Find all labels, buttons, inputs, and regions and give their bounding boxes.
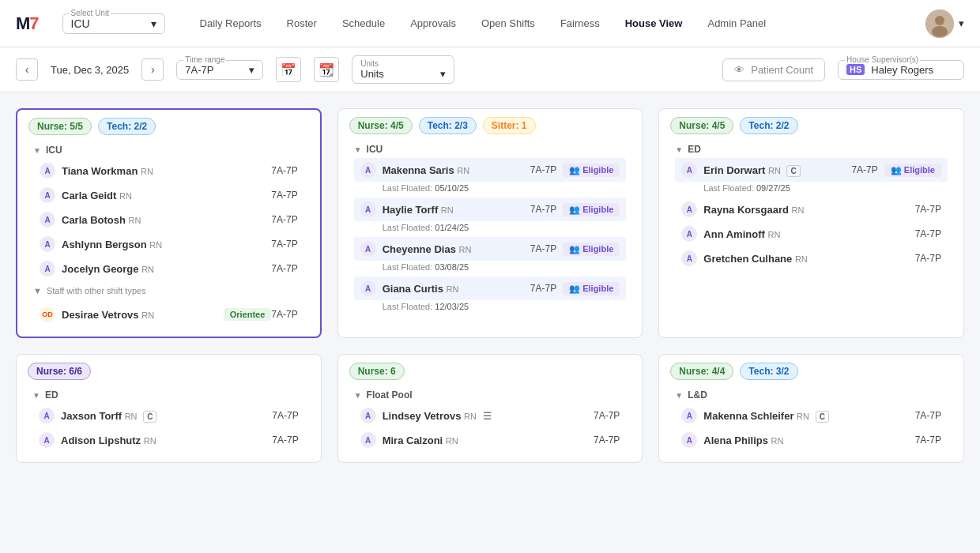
staff-name: Lindsey Vetrovs RN ☰ xyxy=(383,410,594,422)
select-unit-label: Select Unit xyxy=(70,9,111,17)
calendar-icon-button[interactable]: 📅 xyxy=(276,57,301,82)
staff-name: Makenna Schleifer RN C xyxy=(703,410,914,422)
table-row[interactable]: A Mira Calzoni RN 7A-7P xyxy=(354,428,627,452)
select-unit-value[interactable]: ICU ▾ xyxy=(71,17,156,30)
user-section: ▾ xyxy=(925,9,964,38)
time-range-dropdown[interactable]: Time range 7A-7P ▾ xyxy=(176,60,263,80)
unit-card-ed-right-body: ▼ ED A Erin Dorwart RN C 7A-7P 👥 Eligibl… xyxy=(659,139,963,280)
section-icu-header[interactable]: ▼ ICU xyxy=(33,145,304,156)
staff-name: Giana Curtis RN xyxy=(383,283,530,295)
staff-name: Jaxson Torff RN C xyxy=(61,410,272,422)
unit-card-ld-body: ▼ L&D A Makenna Schleifer RN C 7A-7P A A… xyxy=(659,385,963,462)
unit-card-icu-left-body: ▼ ICU A Tiana Workman RN 7A-7P A Carla G… xyxy=(17,140,320,337)
role-badge: A xyxy=(681,408,697,423)
section-float-pool: ▼ Float Pool A Lindsey Vetrovs RN ☰ 7A-7… xyxy=(343,385,638,454)
table-row[interactable]: A Carla Geidt RN 7A-7P xyxy=(33,183,304,207)
svg-point-1 xyxy=(935,16,944,25)
arrow-icon: ▼ xyxy=(675,145,683,154)
table-row[interactable]: A Rayna Korsgaard RN 7A-7P xyxy=(675,198,948,221)
role-badge-od: OD xyxy=(40,307,55,322)
table-row[interactable]: A Jocelyn George RN 7A-7P xyxy=(33,257,304,280)
nav-approvals[interactable]: Approvals xyxy=(399,13,467,34)
staff-name: Rayna Korsgaard RN xyxy=(703,204,914,216)
table-row[interactable]: A Cheyenne Dias RN 7A-7P 👥 Eligible xyxy=(354,237,627,261)
chevron-down-icon: ▾ xyxy=(249,64,254,76)
table-row[interactable]: A Adison Lipshutz RN 7A-7P xyxy=(32,428,305,452)
table-row[interactable]: A Alena Philips RN 7A-7P xyxy=(675,428,948,452)
shift-time: 7A-7P xyxy=(271,165,297,176)
nav-admin-panel[interactable]: Admin Panel xyxy=(696,13,777,34)
section-icu: ▼ ICU A Tiana Workman RN 7A-7P A Carla G… xyxy=(22,140,315,283)
table-row[interactable]: OD Desirae Vetrovs RN Orientee 7A-7P xyxy=(33,303,304,326)
nav-fairness[interactable]: Fairness xyxy=(549,13,611,34)
eye-icon: 👁 xyxy=(734,64,744,76)
shift-time: 7A-7P xyxy=(530,283,556,294)
time-range-label: Time range xyxy=(183,55,226,64)
section-ed: ▼ ED A Jaxson Torff RN C 7A-7P A Adison … xyxy=(21,385,316,454)
chevron-down-icon: ▾ xyxy=(151,17,156,30)
user-avatar[interactable] xyxy=(925,9,954,38)
float-info: Last Floated: 03/08/25 xyxy=(354,261,627,276)
staff-name: Gretchen Culhane RN xyxy=(703,253,914,265)
supervisor-badge: HS xyxy=(846,64,865,75)
table-row[interactable]: A Lindsey Vetrovs RN ☰ 7A-7P xyxy=(354,404,627,427)
table-row[interactable]: A Ashlynn Bergson RN 7A-7P xyxy=(33,232,304,256)
staff-name: Tiana Workman RN xyxy=(62,165,271,177)
role-badge: A xyxy=(39,432,55,448)
shift-time: 7A-7P xyxy=(271,214,297,225)
table-row[interactable]: A Jaxson Torff RN C 7A-7P xyxy=(32,404,305,427)
prev-date-button[interactable]: ‹ xyxy=(16,58,38,81)
nav-daily-reports[interactable]: Daily Reports xyxy=(189,13,273,34)
date-display: Tue, Dec 3, 2025 xyxy=(44,61,135,79)
section-icu-header[interactable]: ▼ ICU xyxy=(354,144,627,155)
toolbar: ‹ Tue, Dec 3, 2025 › Time range 7A-7P ▾ … xyxy=(0,47,980,92)
eligible-badge: 👥 Eligible xyxy=(563,164,620,177)
units-dropdown[interactable]: Units Units ▾ xyxy=(352,55,454,84)
supervisor-label: House Supervisor(s) xyxy=(845,55,920,64)
select-unit-dropdown[interactable]: Select Unit ICU ▾ xyxy=(62,13,165,34)
alt-calendar-icon-button[interactable]: 📆 xyxy=(314,57,339,82)
sitter-badge: Sitter: 1 xyxy=(483,117,536,134)
role-badge: A xyxy=(40,163,55,179)
table-row[interactable]: A Makenna Saris RN 7A-7P 👥 Eligible xyxy=(354,158,627,182)
arrow-icon: ▼ xyxy=(675,391,683,400)
table-row[interactable]: A Ann Aminoff RN 7A-7P xyxy=(675,222,948,246)
supervisor-name: Haley Rogers xyxy=(871,64,933,76)
section-ld: ▼ L&D A Makenna Schleifer RN C 7A-7P A A… xyxy=(664,385,959,454)
table-row[interactable]: A Gretchen Culhane RN 7A-7P xyxy=(675,246,948,270)
section-ld-header[interactable]: ▼ L&D xyxy=(675,389,948,401)
other-shift-header[interactable]: ▼ Staff with other shift types xyxy=(22,283,315,297)
nav-open-shifts[interactable]: Open Shifts xyxy=(470,13,546,34)
staff-name: Erin Dorwart RN C xyxy=(703,164,851,176)
table-row[interactable]: A Tiana Workman RN 7A-7P xyxy=(33,159,304,182)
table-row[interactable]: A Erin Dorwart RN C 7A-7P 👥 Eligible xyxy=(675,158,948,182)
staff-name: Cheyenne Dias RN xyxy=(383,243,530,255)
role-badge: A xyxy=(360,408,376,423)
shift-time: 7A-7P xyxy=(530,204,556,215)
nav-house-view[interactable]: House View xyxy=(614,13,694,34)
patient-count-button[interactable]: 👁 Patient Count xyxy=(722,58,825,81)
section-fp-header[interactable]: ▼ Float Pool xyxy=(354,389,627,401)
arrow-icon: ▼ xyxy=(33,286,42,295)
role-badge: A xyxy=(40,261,55,276)
staff-name: Alena Philips RN xyxy=(703,434,914,446)
main-nav: Daily Reports Roster Schedule Approvals … xyxy=(189,13,902,34)
arrow-icon: ▼ xyxy=(354,145,362,154)
nav-schedule[interactable]: Schedule xyxy=(331,13,396,34)
shift-time: 7A-7P xyxy=(530,164,556,175)
section-ed-header[interactable]: ▼ ED xyxy=(675,144,948,155)
table-row[interactable]: A Haylie Torff RN 7A-7P 👥 Eligible xyxy=(354,198,627,221)
user-chevron-icon[interactable]: ▾ xyxy=(959,17,964,29)
section-ed-header[interactable]: ▼ ED xyxy=(32,389,305,401)
role-badge: A xyxy=(360,162,376,178)
role-badge: A xyxy=(360,280,376,296)
nav-roster[interactable]: Roster xyxy=(276,13,328,34)
staff-name: Carla Botosh RN xyxy=(62,214,271,226)
table-row[interactable]: A Makenna Schleifer RN C 7A-7P xyxy=(675,404,948,427)
section-name: ED xyxy=(45,389,58,401)
next-date-button[interactable]: › xyxy=(141,58,164,81)
table-row[interactable]: A Giana Curtis RN 7A-7P 👥 Eligible xyxy=(354,276,627,300)
nurse-badge: Nurse: 6/6 xyxy=(28,363,91,380)
shift-time: 7A-7P xyxy=(851,164,877,175)
table-row[interactable]: A Carla Botosh RN 7A-7P xyxy=(33,208,304,231)
